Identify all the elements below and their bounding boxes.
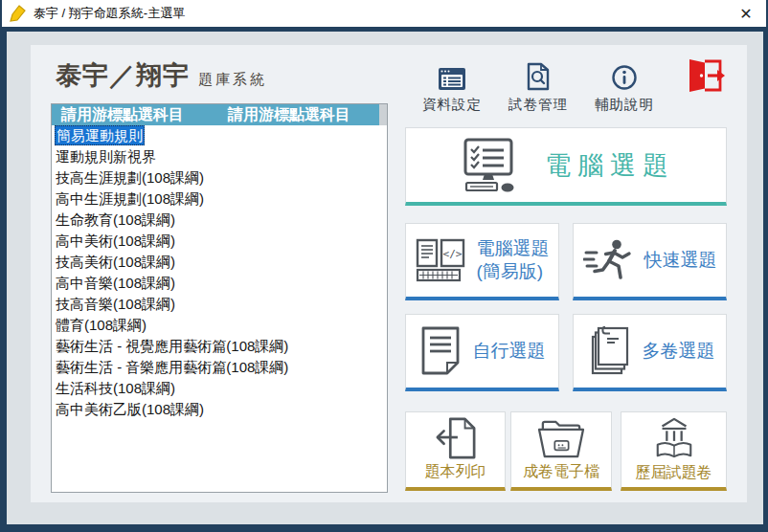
list-header-column-2: 請用游標點選科目 [228, 105, 350, 125]
window-title: 泰宇 / 翔宇命題系統-主選單 [34, 5, 185, 22]
app-logo-icon [9, 5, 26, 22]
list-item[interactable]: 高中美術(108課綱) [52, 231, 387, 252]
card-label: 電腦選題 [545, 148, 675, 183]
subject-listview: 請用游標點選科目 請用游標點選科目 簡易運動規則運動規則新視界技高生涯規劃(10… [51, 103, 388, 493]
brand-header: 泰宇／翔宇 題庫系統 [56, 58, 267, 93]
close-icon[interactable]: ✕ [726, 0, 766, 27]
quick-select-button[interactable]: 快速選題 [573, 223, 727, 300]
card-label: 電腦選題 (簡易版) [477, 237, 550, 283]
toolbar-label: 輔助說明 [588, 96, 661, 114]
help-icon [588, 60, 661, 91]
toolbar-item-exam-management[interactable]: 試卷管理 [502, 60, 575, 114]
bank-book-icon [651, 416, 697, 460]
subject-list: 簡易運動規則運動規則新視界技高生涯規劃(108課綱)高中生涯規劃(108課綱)生… [52, 125, 387, 420]
list-item[interactable]: 生活科技(108課綱) [52, 378, 387, 399]
list-item[interactable]: 藝術生活 - 視覺應用藝術篇(108課綱) [52, 336, 387, 357]
card-label: 成卷電子檔 [523, 462, 599, 482]
stacked-pages-icon [585, 326, 631, 376]
list-item[interactable]: 技高美術(108課綱) [52, 252, 387, 273]
svg-text:</>: </> [442, 248, 462, 260]
card-label: 快速選題 [644, 249, 717, 272]
exam-efile-button[interactable]: 成卷電子檔 [510, 411, 612, 491]
client-area: 泰宇／翔宇 題庫系統 請用游標點選科目 請用游標點選科目 簡易運動規則運動規則新… [2, 27, 766, 526]
data-settings-icon [416, 60, 488, 91]
past-exams-button[interactable]: 歷屆試題卷 [621, 411, 727, 491]
toolbar-item-help[interactable]: 輔助說明 [588, 60, 661, 114]
card-label: 題本列印 [425, 462, 486, 482]
list-item[interactable]: 技高生涯規劃(108課綱) [52, 167, 387, 188]
list-item[interactable]: 體育(108課綱) [52, 315, 387, 336]
list-item[interactable]: 高中音樂(108課綱) [52, 273, 387, 294]
exit-door-icon [672, 62, 739, 93]
toolbar-item-exit[interactable] [672, 62, 739, 93]
list-item[interactable]: 技高音樂(108課綱) [52, 294, 387, 315]
computer-select-button[interactable]: 電腦選題 [405, 127, 727, 206]
card-label: 多卷選題 [643, 340, 715, 363]
list-item[interactable]: 簡易運動規則 [52, 125, 387, 146]
card-label: 歷屆試題卷 [636, 463, 712, 483]
folder-icon [535, 417, 587, 459]
list-header-tail [379, 104, 387, 125]
self-select-button[interactable]: 自行選題 [405, 314, 559, 391]
subject-list-header: 請用游標點選科目 請用游標點選科目 [52, 104, 387, 125]
document-lines-icon [419, 326, 462, 376]
list-item[interactable]: 運動規則新視界 [52, 146, 387, 167]
brand-subtitle: 題庫系統 [198, 71, 267, 89]
print-booklet-button[interactable]: 題本列印 [405, 411, 506, 491]
list-item[interactable]: 高中美術乙版(108課綱) [52, 399, 387, 420]
brand-name: 泰宇／翔宇 [56, 58, 190, 93]
title-bar: 泰宇 / 翔宇命題系統-主選單 ✕ [2, 0, 766, 27]
list-item[interactable]: 生命教育(108課綱) [52, 210, 387, 231]
card-label-line1: 電腦選題 [477, 238, 550, 258]
card-label-line2: (簡易版) [477, 261, 544, 281]
runner-icon [583, 238, 633, 282]
client-background: 泰宇／翔宇 題庫系統 請用游標點選科目 請用游標點選科目 簡易運動規則運動規則新… [7, 32, 763, 524]
toolbar-label: 資料設定 [416, 96, 488, 114]
monitor-checklist-icon [457, 138, 520, 193]
list-header-column-1: 請用游標點選科目 [61, 105, 184, 125]
app-window: 泰宇 / 翔宇命題系統-主選單 ✕ 泰宇／翔宇 題庫系統 請用游標點選科目 請用… [2, 0, 766, 526]
dual-screen-keyboard-icon: </> [416, 238, 465, 282]
list-item[interactable]: 高中生涯規劃(108課綱) [52, 188, 387, 210]
main-panel: 泰宇／翔宇 題庫系統 請用游標點選科目 請用游標點選科目 簡易運動規則運動規則新… [31, 45, 747, 502]
computer-select-simple-button[interactable]: </> 電腦選題 [405, 223, 559, 300]
card-label: 自行選題 [473, 340, 546, 363]
list-item[interactable]: 藝術生活 - 音樂應用藝術篇(108課綱) [52, 357, 387, 378]
toolbar-item-data-settings[interactable]: 資料設定 [416, 60, 488, 114]
multi-select-button[interactable]: 多卷選題 [573, 314, 727, 391]
exam-management-icon [502, 60, 575, 91]
document-arrow-left-icon [432, 417, 480, 459]
toolbar-label: 試卷管理 [502, 96, 575, 114]
